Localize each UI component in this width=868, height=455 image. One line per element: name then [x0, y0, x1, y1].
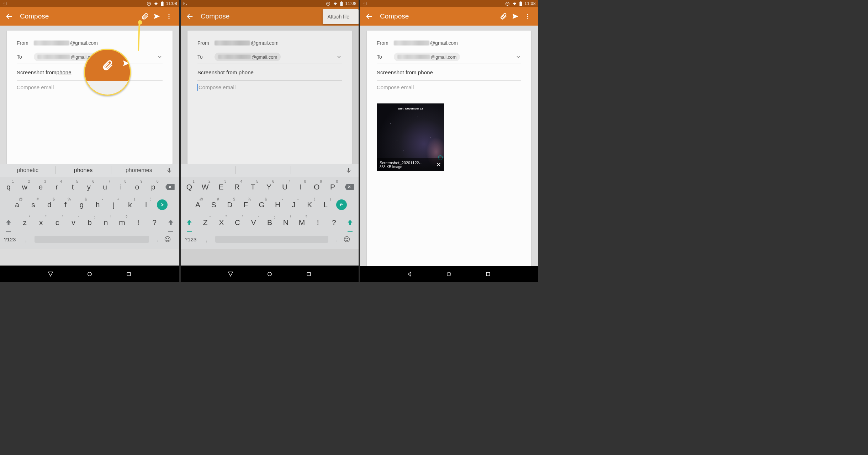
key-f[interactable]: F% — [238, 197, 253, 213]
key-r[interactable]: R4 — [229, 179, 244, 195]
key-u[interactable]: u7 — [97, 179, 112, 195]
key-f[interactable]: f% — [58, 197, 73, 213]
key-n[interactable]: n! — [98, 214, 113, 231]
attach-menu-item[interactable]: Attach file — [323, 9, 359, 24]
attach-button[interactable] — [139, 12, 151, 20]
nav-recent[interactable] — [305, 271, 312, 278]
symbols-key[interactable]: ?123 — [2, 236, 20, 242]
key-z[interactable]: Z* — [198, 214, 213, 231]
key-i[interactable]: I8 — [293, 179, 308, 195]
body-field[interactable]: Compose email — [377, 81, 521, 95]
to-chip[interactable]: @gmail.com — [215, 53, 281, 61]
key-c[interactable]: C' — [230, 214, 245, 231]
key-?[interactable]: ? — [147, 214, 162, 231]
key-q[interactable]: q1 — [1, 179, 16, 195]
back-button[interactable] — [364, 12, 374, 20]
shift-key[interactable] — [182, 214, 197, 231]
key-k[interactable]: K( — [302, 197, 317, 213]
period-key[interactable]: . — [330, 236, 343, 243]
key-h[interactable]: h- — [90, 197, 105, 213]
key-v[interactable]: v: — [66, 214, 81, 231]
suggestion-2[interactable]: phones... — [55, 167, 111, 173]
nav-back[interactable] — [47, 271, 54, 278]
key-t[interactable]: t5 — [65, 179, 80, 195]
attachment-thumbnail[interactable]: Sun, November 22 Screenshot_20201122-.. … — [377, 103, 444, 171]
subject-field[interactable]: Screenshot from phone — [197, 64, 342, 80]
key-h[interactable]: H- — [270, 197, 285, 213]
key-t[interactable]: T5 — [245, 179, 260, 195]
shift-key[interactable] — [163, 214, 178, 231]
expand-recipients-icon[interactable] — [157, 54, 163, 60]
space-key[interactable] — [215, 236, 328, 243]
key-d[interactable]: D$ — [222, 197, 237, 213]
key-j[interactable]: J+ — [286, 197, 301, 213]
back-button[interactable] — [185, 12, 195, 20]
nav-back[interactable] — [227, 271, 234, 278]
key-e[interactable]: e3 — [33, 179, 48, 195]
key-n[interactable]: N! — [278, 214, 293, 231]
key-v[interactable]: V: — [246, 214, 261, 231]
body-field[interactable]: Compose email — [197, 81, 342, 95]
key-a[interactable]: A@ — [190, 197, 205, 213]
key-y[interactable]: y6 — [81, 179, 96, 195]
key-w[interactable]: W2 — [198, 179, 213, 195]
space-key[interactable] — [35, 236, 149, 243]
suggestion-3[interactable]: phonemes — [111, 167, 166, 173]
key-m[interactable]: m? — [115, 214, 130, 231]
key-e[interactable]: E3 — [214, 179, 229, 195]
emoji-key[interactable] — [343, 236, 356, 243]
shift-key[interactable] — [1, 214, 16, 231]
key-u[interactable]: U7 — [277, 179, 292, 195]
key-s[interactable]: S# — [206, 197, 221, 213]
to-row[interactable]: To @gmail.com — [377, 50, 521, 64]
send-button[interactable] — [151, 12, 163, 20]
key-d[interactable]: d$ — [42, 197, 57, 213]
key-y[interactable]: Y6 — [261, 179, 276, 195]
period-key[interactable]: . — [151, 236, 164, 243]
from-row[interactable]: From @gmail.com — [197, 36, 342, 50]
shift-key[interactable] — [343, 214, 358, 231]
subject-field[interactable]: Screenshot from phone — [377, 64, 521, 80]
key-c[interactable]: c' — [50, 214, 65, 231]
nav-home[interactable] — [445, 271, 452, 278]
key-i[interactable]: i8 — [113, 179, 128, 195]
emoji-key[interactable] — [164, 236, 177, 243]
key-![interactable]: ! — [311, 214, 326, 231]
nav-home[interactable] — [86, 271, 93, 278]
remove-attachment-button[interactable] — [435, 161, 442, 168]
mic-icon[interactable] — [346, 167, 359, 174]
nav-recent[interactable] — [485, 271, 492, 278]
key-m[interactable]: M? — [294, 214, 309, 231]
enter-key[interactable] — [334, 197, 349, 213]
key-z[interactable]: z* — [17, 214, 33, 231]
key-k[interactable]: k( — [122, 197, 137, 213]
key-a[interactable]: a@ — [10, 197, 25, 213]
key-g[interactable]: g& — [74, 197, 89, 213]
symbols-key[interactable]: ?123 — [183, 236, 200, 242]
overflow-menu-button[interactable] — [522, 12, 534, 20]
from-row[interactable]: From @gmail.com — [377, 36, 521, 50]
key-p[interactable]: p0 — [145, 179, 160, 195]
enter-key[interactable] — [155, 197, 170, 213]
backspace-key[interactable]: ✕ — [162, 179, 178, 195]
key-w[interactable]: w2 — [17, 179, 32, 195]
to-row[interactable]: To @gmail.com — [197, 50, 342, 64]
key-l[interactable]: l) — [138, 197, 153, 213]
key-?[interactable]: ? — [327, 214, 342, 231]
key-r[interactable]: r4 — [49, 179, 64, 195]
mic-icon[interactable] — [166, 167, 179, 174]
nav-back[interactable] — [406, 271, 413, 278]
key-l[interactable]: L) — [318, 197, 333, 213]
key-q[interactable]: Q1 — [182, 179, 197, 195]
key-b[interactable]: B; — [262, 214, 277, 231]
key-o[interactable]: O9 — [309, 179, 324, 195]
attach-button[interactable] — [497, 12, 509, 20]
key-b[interactable]: b; — [82, 214, 97, 231]
back-button[interactable] — [4, 12, 14, 20]
suggestion-1[interactable]: phonetic — [0, 167, 55, 173]
to-chip[interactable]: @gmail.com — [394, 53, 460, 61]
overflow-menu-button[interactable] — [163, 12, 175, 20]
key-p[interactable]: P0 — [325, 179, 340, 195]
nav-home[interactable] — [266, 271, 273, 278]
key-![interactable]: ! — [131, 214, 146, 231]
